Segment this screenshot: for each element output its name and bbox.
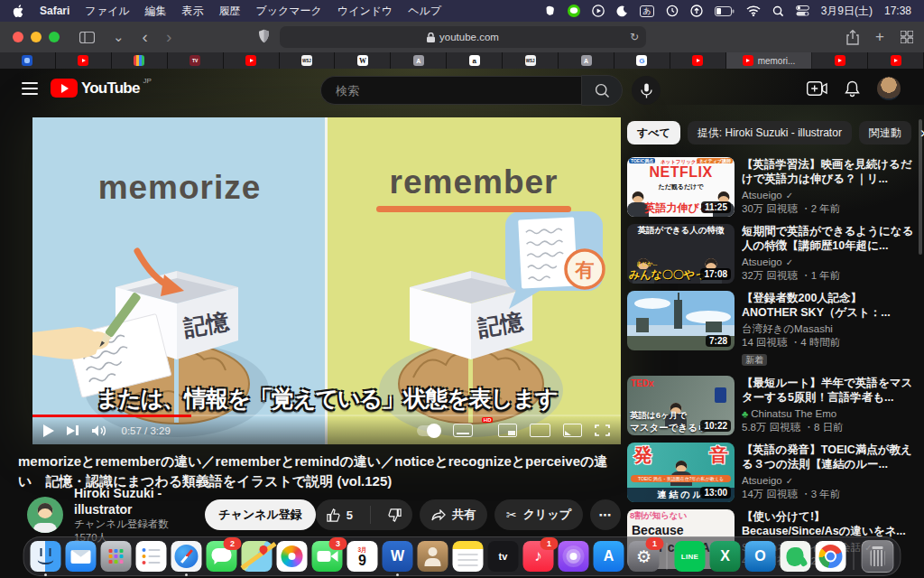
tab-4-tv[interactable]: TV: [168, 52, 224, 69]
close-window-button[interactable]: [13, 32, 23, 42]
wifi-icon[interactable]: [746, 4, 761, 18]
dock-icon-trash[interactable]: [862, 540, 894, 573]
dock-icon-podcasts[interactable]: [559, 541, 589, 572]
tab-15-youtube[interactable]: [812, 52, 868, 69]
tab-active-memorize[interactable]: memori...: [726, 52, 812, 69]
tab-3[interactable]: [112, 52, 168, 69]
menu-help[interactable]: ヘルプ: [408, 4, 441, 19]
tab-6-wsj[interactable]: WSJ: [280, 52, 336, 69]
control-center-icon[interactable]: [796, 4, 809, 18]
tab-overview-icon[interactable]: [901, 31, 913, 43]
video-channel[interactable]: Atsueigo✓: [742, 189, 918, 202]
channel-avatar[interactable]: [27, 497, 63, 533]
video-title[interactable]: 【登録者数200人記念】ANOTHER SKY（ゲスト：...: [742, 291, 918, 320]
video-thumbnail[interactable]: TOEIC満点 ネイティブ講師 ネットフリックス NETFLIX ただ観るだけで…: [627, 157, 735, 217]
dislike-button[interactable]: [377, 499, 412, 530]
tab-11[interactable]: A: [559, 52, 614, 69]
volume-icon[interactable]: [91, 422, 107, 440]
video-thumbnail[interactable]: 7:28: [627, 291, 735, 350]
video-title[interactable]: 【英語学習法】映画を見続けるだけで英語力は伸びる？｜リ...: [742, 157, 918, 186]
subtitles-icon[interactable]: [453, 422, 473, 440]
autoplay-toggle[interactable]: [417, 422, 440, 440]
tab-10-wsj[interactable]: WSJ: [503, 52, 559, 69]
menu-edit[interactable]: 編集: [144, 4, 166, 19]
dock-icon-appstore[interactable]: A: [594, 541, 624, 572]
play-button[interactable]: [43, 422, 54, 440]
subscribe-button[interactable]: チャンネル登録: [205, 499, 316, 530]
dock-icon-calendar[interactable]: 3月 9: [347, 541, 378, 572]
miniplayer-icon[interactable]: [498, 422, 517, 440]
dock-icon-photos[interactable]: [277, 541, 308, 572]
share-button[interactable]: 共有: [420, 499, 487, 530]
dock-icon-reminders[interactable]: [136, 541, 167, 572]
tab-5-youtube[interactable]: [224, 52, 280, 69]
dock-icon-safari[interactable]: [171, 541, 202, 572]
reload-icon[interactable]: ↻: [630, 31, 639, 43]
menu-bookmarks[interactable]: ブックマーク: [255, 4, 321, 19]
search-button[interactable]: [581, 75, 623, 106]
address-bar[interactable]: youtube.com ↻: [280, 26, 646, 48]
video-channel[interactable]: Atsueigo✓: [742, 256, 918, 269]
account-avatar[interactable]: [877, 77, 901, 100]
focus-moon-icon[interactable]: [616, 4, 628, 18]
video-title[interactable]: 【英語の発音】TOEIC満点が教える３つの法則【連結のルー...: [742, 443, 918, 471]
video-thumbnail[interactable]: TEDx 英語は6ヶ月で マスターできるら 10:22: [627, 376, 735, 435]
related-video-1[interactable]: TOEIC満点 ネイティブ講師 ネットフリックス NETFLIX ただ観るだけで…: [627, 157, 918, 217]
more-actions-button[interactable]: ⋯: [590, 499, 621, 530]
menu-view[interactable]: 表示: [181, 4, 203, 19]
dock-icon-evernote[interactable]: [781, 541, 811, 572]
dock-icon-notes[interactable]: [453, 541, 484, 572]
fullscreen-icon[interactable]: [595, 422, 610, 440]
video-thumbnail[interactable]: 英語ができる人の特徴 まじか... みんな〇〇やっ 17:08: [627, 224, 735, 284]
dock-icon-chrome[interactable]: [816, 541, 846, 572]
tab-9-amazon[interactable]: a: [447, 52, 503, 69]
youtube-logo[interactable]: YouTube JP: [51, 79, 152, 98]
related-video-3[interactable]: 7:28 【登録者数200人記念】ANOTHER SKY（ゲスト：... 台湾好…: [627, 291, 918, 368]
minimize-window-button[interactable]: [31, 32, 42, 42]
apple-menu-icon[interactable]: [13, 4, 24, 18]
evernote-menubar-icon[interactable]: [543, 4, 556, 18]
chip-from-channel[interactable]: 提供: Hiroki Suzuki - illustrator: [688, 121, 852, 144]
time-machine-icon[interactable]: [666, 4, 679, 18]
battery-icon[interactable]: [715, 4, 735, 18]
sidebar-toggle-icon[interactable]: [79, 32, 95, 43]
line-menubar-icon[interactable]: [568, 4, 580, 18]
like-button[interactable]: 5: [316, 499, 364, 530]
dock-icon-music[interactable]: ♪1: [523, 541, 554, 572]
clip-button[interactable]: ✂ クリップ: [494, 499, 583, 530]
video-title[interactable]: 【使い分けて!】Because/Since/Asの違いをネ...: [742, 509, 918, 538]
forward-button[interactable]: ›: [166, 27, 171, 47]
video-player[interactable]: 記憶 記憶: [32, 117, 621, 444]
update-circle-icon[interactable]: [690, 4, 703, 18]
video-channel[interactable]: ♣Chinatsu The Emo: [742, 407, 918, 421]
dock-icon-line[interactable]: LINE: [675, 541, 706, 572]
play-circle-menubar-icon[interactable]: [592, 4, 605, 18]
video-title[interactable]: 短期間で英語ができるようになる人の特徴【講師歴10年超に...: [742, 224, 918, 253]
menu-history[interactable]: 履歴: [218, 4, 240, 19]
page-scrollbar[interactable]: [919, 119, 922, 255]
menu-safari[interactable]: Safari: [40, 5, 69, 17]
dock-icon-finder[interactable]: [31, 541, 61, 572]
tab-16-youtube[interactable]: [868, 52, 924, 69]
dock-icon-excel[interactable]: X: [710, 541, 741, 572]
tab-1[interactable]: [0, 52, 56, 69]
related-video-4[interactable]: TEDx 英語は6ヶ月で マスターできるら 10:22 【最短ルート】半年で英語…: [627, 376, 918, 435]
voice-search-button[interactable]: [632, 76, 661, 105]
tab-8[interactable]: A: [391, 52, 447, 69]
theater-mode-icon[interactable]: [530, 422, 550, 440]
zoom-window-button[interactable]: [49, 32, 60, 42]
related-video-5[interactable]: 発音 TOEIC 満点・英語圏在住7年の私が教える 連結のル 13:00 【英語…: [627, 443, 918, 502]
next-button[interactable]: [67, 422, 79, 440]
dock-icon-messages[interactable]: 2: [207, 541, 237, 572]
new-tab-icon[interactable]: +: [875, 28, 884, 46]
related-video-2[interactable]: 英語ができる人の特徴 まじか... みんな〇〇やっ 17:08 短期間で英語がで…: [627, 224, 918, 284]
notifications-bell-icon[interactable]: [845, 80, 860, 98]
guide-menu-icon[interactable]: [22, 82, 38, 95]
dock-icon-launchpad[interactable]: [101, 541, 132, 572]
create-video-icon[interactable]: [807, 81, 827, 96]
chip-related[interactable]: 関連動: [859, 121, 911, 144]
tab-7-wikipedia[interactable]: W: [335, 52, 391, 69]
menubar-clock[interactable]: 17:38: [884, 5, 911, 17]
dock-icon-maps[interactable]: [242, 541, 273, 572]
dock-icon-word[interactable]: W: [383, 541, 413, 572]
